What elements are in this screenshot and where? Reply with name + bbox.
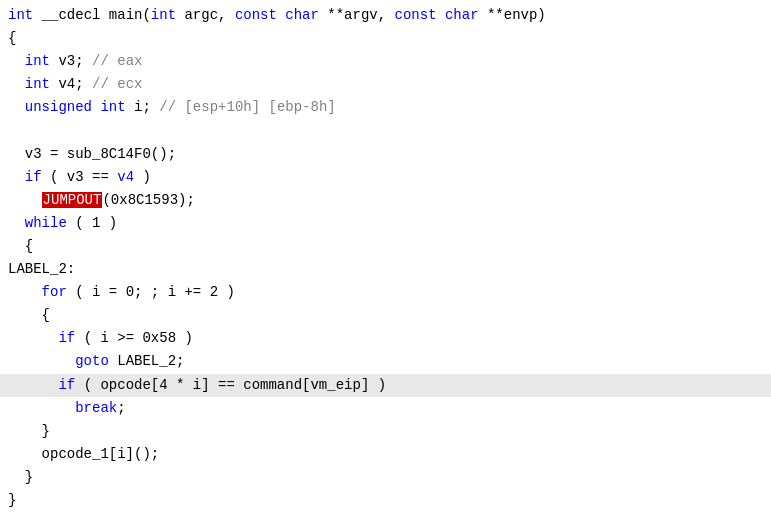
code-line: LABEL_2:	[0, 258, 771, 281]
keyword: int	[8, 7, 33, 23]
code-line: int __cdecl main(int argc, const char **…	[0, 4, 771, 27]
code-line: {	[0, 235, 771, 258]
code-line: goto LABEL_2;	[0, 350, 771, 373]
code-editor: int __cdecl main(int argc, const char **…	[0, 0, 771, 517]
code-line: if ( i >= 0x58 )	[0, 327, 771, 350]
code-line: while ( 1 )	[0, 212, 771, 235]
code-line: unsigned int i; // [esp+10h] [ebp-8h]	[0, 96, 771, 119]
code-line: opcode_1[i]();	[0, 443, 771, 466]
code-line: }	[0, 420, 771, 443]
code-line: if ( v3 == v4 )	[0, 166, 771, 189]
code-line: {	[0, 27, 771, 50]
code-line: {	[0, 304, 771, 327]
code-line: for ( i = 0; ; i += 2 )	[0, 281, 771, 304]
code-line: int v4; // ecx	[0, 73, 771, 96]
code-line: break;	[0, 397, 771, 420]
code-line: v3 = sub_8C14F0();	[0, 143, 771, 166]
jumpout-label: JUMPOUT	[42, 192, 103, 208]
code-line: }	[0, 466, 771, 489]
code-line: JUMPOUT(0x8C1593);	[0, 189, 771, 212]
code-line: }	[0, 489, 771, 512]
code-line: int v3; // eax	[0, 50, 771, 73]
code-line	[0, 119, 771, 142]
code-line-highlighted: if ( opcode[4 * i] == command[vm_eip] )	[0, 374, 771, 397]
